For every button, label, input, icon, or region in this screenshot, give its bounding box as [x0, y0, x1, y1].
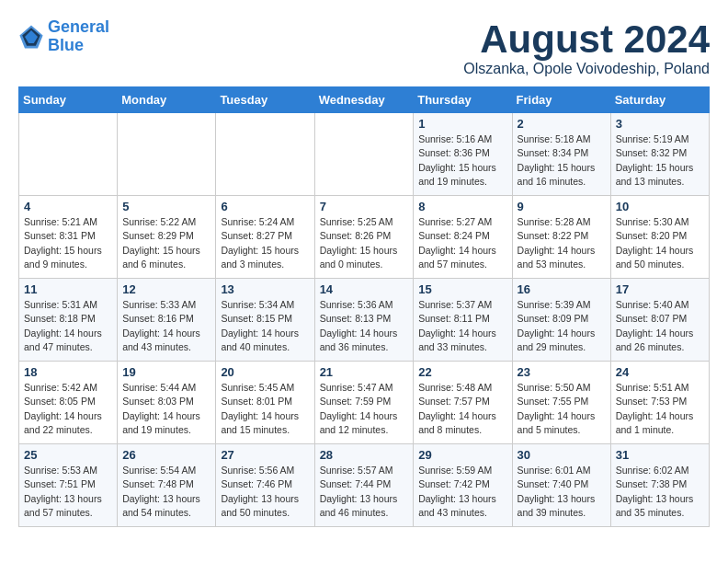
calendar-cell [118, 113, 216, 196]
day-number: 28 [320, 448, 409, 462]
calendar-week-1: 1Sunrise: 5:16 AM Sunset: 8:36 PM Daylig… [19, 113, 710, 196]
calendar-table: SundayMondayTuesdayWednesdayThursdayFrid… [18, 86, 710, 527]
calendar-cell: 1Sunrise: 5:16 AM Sunset: 8:36 PM Daylig… [414, 113, 512, 196]
calendar-cell: 10Sunrise: 5:30 AM Sunset: 8:20 PM Dayli… [610, 196, 709, 279]
day-info: Sunrise: 5:21 AM Sunset: 8:31 PM Dayligh… [24, 215, 112, 271]
day-info: Sunrise: 5:59 AM Sunset: 7:42 PM Dayligh… [418, 464, 506, 520]
calendar-cell: 31Sunrise: 6:02 AM Sunset: 7:38 PM Dayli… [610, 444, 709, 527]
calendar-cell: 12Sunrise: 5:33 AM Sunset: 8:16 PM Dayli… [118, 279, 216, 362]
day-info: Sunrise: 5:39 AM Sunset: 8:09 PM Dayligh… [518, 298, 606, 354]
day-info: Sunrise: 5:18 AM Sunset: 8:34 PM Dayligh… [518, 132, 606, 189]
weekday-header-thursday: Thursday [414, 87, 512, 113]
calendar-week-5: 25Sunrise: 5:53 AM Sunset: 7:51 PM Dayli… [19, 444, 710, 527]
calendar-cell: 13Sunrise: 5:34 AM Sunset: 8:15 PM Dayli… [216, 279, 314, 362]
calendar-cell [314, 113, 414, 196]
calendar-cell: 16Sunrise: 5:39 AM Sunset: 8:09 PM Dayli… [512, 279, 610, 362]
day-number: 25 [24, 448, 112, 462]
weekday-header-row: SundayMondayTuesdayWednesdayThursdayFrid… [19, 87, 710, 113]
calendar-week-2: 4Sunrise: 5:21 AM Sunset: 8:31 PM Daylig… [19, 196, 710, 279]
day-info: Sunrise: 5:56 AM Sunset: 7:46 PM Dayligh… [221, 464, 309, 520]
day-info: Sunrise: 5:37 AM Sunset: 8:11 PM Dayligh… [418, 298, 506, 354]
day-info: Sunrise: 5:45 AM Sunset: 8:01 PM Dayligh… [221, 381, 309, 437]
calendar-cell: 21Sunrise: 5:47 AM Sunset: 7:59 PM Dayli… [314, 362, 414, 444]
day-number: 20 [221, 365, 309, 379]
day-number: 30 [518, 448, 606, 462]
day-number: 13 [221, 282, 309, 296]
day-number: 24 [616, 365, 704, 379]
calendar-cell: 3Sunrise: 5:19 AM Sunset: 8:32 PM Daylig… [610, 113, 709, 196]
calendar-cell: 18Sunrise: 5:42 AM Sunset: 8:05 PM Dayli… [19, 362, 118, 444]
day-info: Sunrise: 5:31 AM Sunset: 8:18 PM Dayligh… [24, 298, 112, 354]
calendar-cell: 23Sunrise: 5:50 AM Sunset: 7:55 PM Dayli… [512, 362, 610, 444]
day-number: 8 [418, 200, 506, 213]
day-info: Sunrise: 5:27 AM Sunset: 8:24 PM Dayligh… [418, 215, 506, 271]
day-info: Sunrise: 5:40 AM Sunset: 8:07 PM Dayligh… [616, 298, 704, 354]
calendar-cell: 4Sunrise: 5:21 AM Sunset: 8:31 PM Daylig… [19, 196, 118, 279]
day-number: 2 [518, 117, 606, 131]
day-info: Sunrise: 5:36 AM Sunset: 8:13 PM Dayligh… [320, 298, 409, 354]
day-number: 3 [616, 117, 704, 131]
day-number: 18 [24, 365, 112, 379]
day-number: 5 [122, 200, 210, 213]
day-number: 11 [24, 282, 112, 296]
calendar-cell: 20Sunrise: 5:45 AM Sunset: 8:01 PM Dayli… [216, 362, 314, 444]
calendar-cell: 24Sunrise: 5:51 AM Sunset: 7:53 PM Dayli… [610, 362, 709, 444]
day-number: 15 [418, 282, 506, 296]
logo: General Blue [18, 18, 109, 55]
day-number: 16 [518, 282, 606, 296]
calendar-cell: 5Sunrise: 5:22 AM Sunset: 8:29 PM Daylig… [118, 196, 216, 279]
day-number: 9 [518, 200, 606, 213]
weekday-header-saturday: Saturday [610, 87, 709, 113]
day-number: 19 [122, 365, 210, 379]
calendar-cell: 19Sunrise: 5:44 AM Sunset: 8:03 PM Dayli… [118, 362, 216, 444]
calendar-cell: 15Sunrise: 5:37 AM Sunset: 8:11 PM Dayli… [414, 279, 512, 362]
day-info: Sunrise: 5:28 AM Sunset: 8:22 PM Dayligh… [518, 215, 606, 271]
calendar-cell: 6Sunrise: 5:24 AM Sunset: 8:27 PM Daylig… [216, 196, 314, 279]
day-number: 27 [221, 448, 309, 462]
day-number: 4 [24, 200, 112, 213]
weekday-header-monday: Monday [118, 87, 216, 113]
calendar-cell: 8Sunrise: 5:27 AM Sunset: 8:24 PM Daylig… [414, 196, 512, 279]
day-info: Sunrise: 5:42 AM Sunset: 8:05 PM Dayligh… [24, 381, 112, 437]
day-info: Sunrise: 6:01 AM Sunset: 7:40 PM Dayligh… [518, 464, 606, 520]
day-info: Sunrise: 5:16 AM Sunset: 8:36 PM Dayligh… [418, 132, 506, 189]
calendar-cell: 30Sunrise: 6:01 AM Sunset: 7:40 PM Dayli… [512, 444, 610, 527]
calendar-cell: 26Sunrise: 5:54 AM Sunset: 7:48 PM Dayli… [118, 444, 216, 527]
day-number: 10 [616, 200, 704, 213]
day-number: 31 [616, 448, 704, 462]
calendar-cell: 29Sunrise: 5:59 AM Sunset: 7:42 PM Dayli… [414, 444, 512, 527]
calendar-week-3: 11Sunrise: 5:31 AM Sunset: 8:18 PM Dayli… [19, 279, 710, 362]
day-number: 7 [320, 200, 409, 213]
calendar-cell: 2Sunrise: 5:18 AM Sunset: 8:34 PM Daylig… [512, 113, 610, 196]
calendar-cell: 14Sunrise: 5:36 AM Sunset: 8:13 PM Dayli… [314, 279, 414, 362]
calendar-cell: 11Sunrise: 5:31 AM Sunset: 8:18 PM Dayli… [19, 279, 118, 362]
day-info: Sunrise: 5:24 AM Sunset: 8:27 PM Dayligh… [221, 215, 309, 271]
logo-text: General Blue [48, 18, 109, 55]
day-number: 22 [418, 365, 506, 379]
day-info: Sunrise: 5:48 AM Sunset: 7:57 PM Dayligh… [418, 381, 506, 437]
day-number: 6 [221, 200, 309, 213]
day-info: Sunrise: 5:57 AM Sunset: 7:44 PM Dayligh… [320, 464, 409, 520]
day-number: 29 [418, 448, 506, 462]
day-info: Sunrise: 5:30 AM Sunset: 8:20 PM Dayligh… [616, 215, 704, 271]
calendar-cell [19, 113, 118, 196]
day-info: Sunrise: 6:02 AM Sunset: 7:38 PM Dayligh… [616, 464, 704, 520]
day-number: 17 [616, 282, 704, 296]
day-number: 12 [122, 282, 210, 296]
day-info: Sunrise: 5:47 AM Sunset: 7:59 PM Dayligh… [320, 381, 409, 437]
calendar-cell: 9Sunrise: 5:28 AM Sunset: 8:22 PM Daylig… [512, 196, 610, 279]
day-number: 1 [418, 117, 506, 131]
calendar-cell: 7Sunrise: 5:25 AM Sunset: 8:26 PM Daylig… [314, 196, 414, 279]
calendar-cell: 28Sunrise: 5:57 AM Sunset: 7:44 PM Dayli… [314, 444, 414, 527]
location-subtitle: Olszanka, Opole Voivodeship, Poland [463, 61, 710, 77]
weekday-header-sunday: Sunday [19, 87, 118, 113]
day-number: 23 [518, 365, 606, 379]
day-info: Sunrise: 5:33 AM Sunset: 8:16 PM Dayligh… [122, 298, 210, 354]
day-number: 21 [320, 365, 409, 379]
weekday-header-wednesday: Wednesday [314, 87, 414, 113]
calendar-cell: 25Sunrise: 5:53 AM Sunset: 7:51 PM Dayli… [19, 444, 118, 527]
page-header: General Blue August 2024 Olszanka, Opole… [18, 18, 710, 77]
day-info: Sunrise: 5:44 AM Sunset: 8:03 PM Dayligh… [122, 381, 210, 437]
day-info: Sunrise: 5:51 AM Sunset: 7:53 PM Dayligh… [616, 381, 704, 437]
day-info: Sunrise: 5:19 AM Sunset: 8:32 PM Dayligh… [616, 132, 704, 189]
